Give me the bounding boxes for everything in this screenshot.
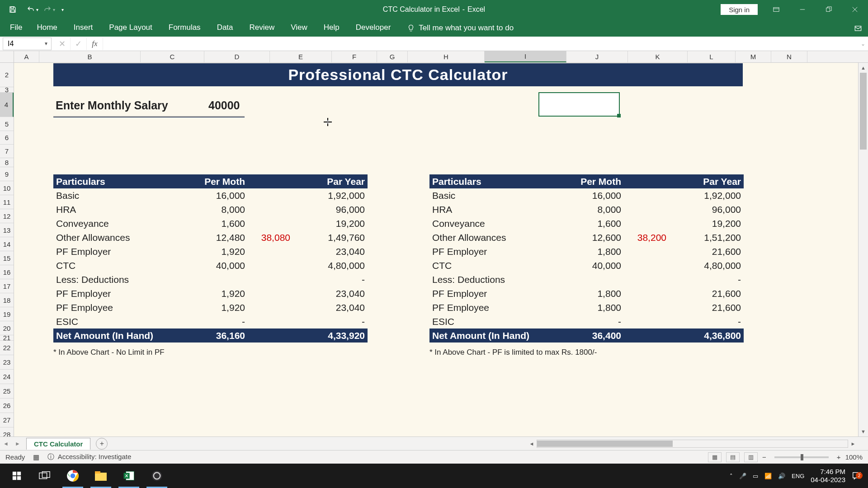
col-header-m[interactable]: M	[736, 51, 771, 62]
row-header-9[interactable]: 9	[0, 167, 14, 181]
row-header-24[interactable]: 24	[0, 370, 14, 384]
accessibility-status[interactable]: ⓘ Accessibility: Investigate	[47, 453, 131, 461]
col-header-k[interactable]: K	[628, 51, 688, 62]
col-header-e[interactable]: E	[270, 51, 332, 62]
add-sheet-button[interactable]: +	[96, 438, 108, 450]
cells-grid[interactable]: Professional CTC Calculator Enter Monthl…	[14, 63, 868, 436]
row-header-7[interactable]: 7	[0, 145, 14, 158]
formula-expand-icon[interactable]: ⌄	[858, 41, 868, 47]
row-header-10[interactable]: 10	[0, 181, 14, 195]
taskbar-excel[interactable]: X	[115, 464, 143, 488]
col-header-h[interactable]: H	[408, 51, 485, 62]
tell-me-search[interactable]: Tell me what you want to do	[407, 23, 514, 33]
row-header-15[interactable]: 15	[0, 251, 14, 265]
row-header-11[interactable]: 11	[0, 195, 14, 209]
taskbar-file-explorer[interactable]	[87, 464, 115, 488]
row-header-19[interactable]: 19	[0, 307, 14, 321]
close-button[interactable]	[842, 0, 868, 19]
row-header-17[interactable]: 17	[0, 279, 14, 293]
sheet-nav-prev[interactable]: ◄	[0, 437, 12, 450]
tab-file[interactable]: File	[4, 19, 28, 38]
row-header-23[interactable]: 23	[0, 355, 14, 370]
row-header-4[interactable]: 4	[0, 93, 14, 117]
task-view-button[interactable]	[31, 464, 59, 488]
col-header-i[interactable]: I	[485, 51, 566, 62]
row-header-13[interactable]: 13	[0, 223, 14, 237]
col-header-b[interactable]: B	[39, 51, 141, 62]
col-header-d[interactable]: D	[204, 51, 270, 62]
signin-button[interactable]: Sign in	[721, 4, 758, 15]
scroll-down-icon[interactable]: ▼	[859, 427, 868, 436]
tab-home[interactable]: Home	[28, 19, 65, 38]
active-cell[interactable]	[538, 92, 620, 117]
tab-view[interactable]: View	[283, 19, 316, 38]
macro-record-icon[interactable]: ▦	[33, 453, 39, 461]
row-header-22[interactable]: 22	[0, 341, 14, 355]
enter-salary-value[interactable]: 40000	[208, 99, 240, 112]
row-header-20[interactable]: 20	[0, 321, 14, 335]
view-page-layout-button[interactable]: ▤	[726, 452, 740, 462]
row-header-3[interactable]: 3	[0, 87, 14, 93]
minimize-button[interactable]	[789, 0, 816, 19]
view-page-break-button[interactable]: ▥	[744, 452, 758, 462]
maximize-button[interactable]	[816, 0, 842, 19]
row-header-16[interactable]: 16	[0, 265, 14, 279]
row-header-6[interactable]: 6	[0, 131, 14, 145]
tray-clock[interactable]: 7:46 PM 04-04-2023	[811, 468, 845, 484]
tab-data[interactable]: Data	[209, 19, 241, 38]
tray-expand-icon[interactable]: ˄	[730, 473, 733, 479]
save-button[interactable]	[4, 1, 22, 18]
row-header-18[interactable]: 18	[0, 293, 14, 307]
tab-formulas[interactable]: Formulas	[160, 19, 209, 38]
sheet-nav-next[interactable]: ►	[12, 437, 24, 450]
tab-insert[interactable]: Insert	[66, 19, 101, 38]
col-header-g[interactable]: G	[377, 51, 408, 62]
start-button[interactable]	[3, 464, 31, 488]
tray-language[interactable]: ENG	[792, 473, 804, 479]
zoom-level[interactable]: 100%	[845, 453, 863, 461]
col-header-n[interactable]: N	[771, 51, 807, 62]
tray-volume-icon[interactable]: 🔊	[778, 473, 785, 479]
row-header-8[interactable]: 8	[0, 158, 14, 167]
row-header-14[interactable]: 14	[0, 237, 14, 251]
sheet-tab-active[interactable]: CTC Calculator	[26, 438, 90, 450]
col-header-l[interactable]: L	[688, 51, 736, 62]
col-header-c[interactable]: C	[141, 51, 204, 62]
horizontal-scrollbar[interactable]: ◄ ►	[527, 440, 858, 448]
formula-input[interactable]	[103, 38, 858, 50]
col-header-a[interactable]: A	[14, 51, 39, 62]
row-header-27[interactable]: 27	[0, 413, 14, 427]
scroll-up-icon[interactable]: ▲	[859, 63, 868, 73]
scroll-thumb[interactable]	[860, 73, 867, 150]
redo-dropdown-icon[interactable]: ▾	[53, 7, 55, 12]
ribbon-display-button[interactable]	[763, 0, 789, 19]
col-header-j[interactable]: J	[566, 51, 628, 62]
row-header-21[interactable]: 21	[0, 335, 14, 341]
row-header-2[interactable]: 2	[0, 63, 14, 87]
row-header-5[interactable]: 5	[0, 117, 14, 131]
select-all-corner[interactable]	[0, 51, 14, 62]
zoom-in-button[interactable]: +	[837, 453, 841, 461]
tab-page-layout[interactable]: Page Layout	[101, 19, 160, 38]
taskbar-chrome[interactable]	[59, 464, 87, 488]
tab-help[interactable]: Help	[316, 19, 348, 38]
tray-battery-icon[interactable]: ▭	[753, 473, 758, 479]
tray-wifi-icon[interactable]: 📶	[764, 473, 772, 479]
hscroll-left-icon[interactable]: ◄	[527, 441, 537, 446]
hscroll-thumb[interactable]	[537, 441, 673, 447]
tab-review[interactable]: Review	[241, 19, 283, 38]
vertical-scrollbar[interactable]: ▲ ▼	[858, 63, 868, 436]
tray-mic-icon[interactable]: 🎤	[739, 473, 746, 479]
col-header-f[interactable]: F	[332, 51, 377, 62]
hscroll-right-icon[interactable]: ►	[848, 441, 858, 446]
insert-function-button[interactable]: fx	[87, 38, 103, 50]
zoom-out-button[interactable]: −	[762, 453, 766, 461]
fill-handle[interactable]	[617, 114, 621, 117]
view-normal-button[interactable]: ▦	[708, 452, 722, 462]
zoom-slider-thumb[interactable]	[801, 454, 803, 460]
zoom-slider[interactable]	[774, 456, 829, 458]
row-header-12[interactable]: 12	[0, 209, 14, 223]
qat-customise-icon[interactable]: ▾	[61, 7, 64, 12]
row-header-26[interactable]: 26	[0, 399, 14, 413]
action-center-button[interactable]: 2	[852, 471, 862, 481]
